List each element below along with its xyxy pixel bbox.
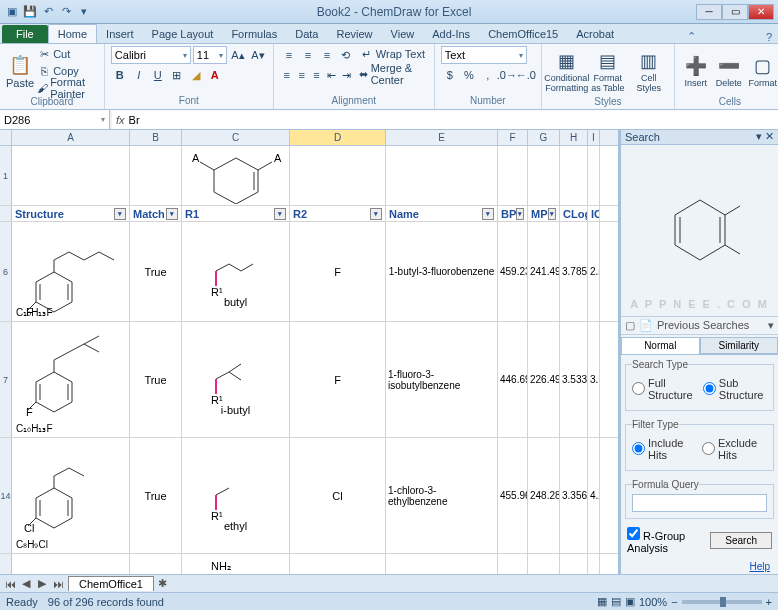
column-header-IC5[interactable]: IC5▾ [588,206,600,221]
filter-dropdown-icon[interactable]: ▾ [166,208,178,220]
help-icon[interactable]: ? [766,31,772,43]
ribbon-collapse-icon[interactable]: ⌃ [687,30,696,43]
align-right-button[interactable]: ≡ [310,66,324,84]
tab-chemoffice[interactable]: ChemOffice15 [479,25,567,43]
tab-acrobat[interactable]: Acrobat [567,25,623,43]
cell[interactable]: 1-butyl-3-fluorobenzene [386,222,498,321]
filter-dropdown-icon[interactable]: ▾ [274,208,286,220]
column-header-Name[interactable]: Name▾ [386,206,498,221]
close-button[interactable]: ✕ [748,4,774,20]
cell[interactable] [290,146,386,205]
cell[interactable]: Cl [290,438,386,553]
row-header[interactable]: 6 [0,222,12,321]
align-center-button[interactable]: ≡ [295,66,309,84]
tab-home[interactable]: Home [48,24,97,43]
row-header[interactable]: 14 [0,438,12,553]
align-left-button[interactable]: ≡ [280,66,294,84]
column-header-CLogP[interactable]: CLogP▾ [560,206,588,221]
col-header-A[interactable]: A [12,130,130,145]
cell[interactable] [386,146,498,205]
column-header-MP[interactable]: MP▾ [528,206,560,221]
font-size-combo[interactable]: 11▾ [193,46,227,64]
tab-formulas[interactable]: Formulas [222,25,286,43]
grow-font-button[interactable]: A▴ [229,46,247,64]
rgroup-analysis-checkbox[interactable]: R-Group Analysis [627,527,704,554]
filter-dropdown-icon[interactable]: ▾ [516,208,524,220]
qat-dropdown-icon[interactable]: ▾ [76,4,92,20]
indent-dec-button[interactable]: ⇤ [325,66,339,84]
col-header-F[interactable]: F [498,130,528,145]
search-button[interactable]: Search [710,532,772,549]
col-header-D[interactable]: D [290,130,386,145]
orientation-button[interactable]: ⟲ [337,46,355,64]
cell[interactable]: 248.28 [528,438,560,553]
column-header-Structure[interactable]: Structure▾ [12,206,130,221]
sheet-nav-next[interactable]: ▶ [34,577,50,590]
cell[interactable]: 459.233 [498,222,528,321]
cell[interactable]: 241.49 [528,222,560,321]
excel-icon[interactable]: ▣ [4,4,20,20]
cell[interactable]: F [290,554,386,574]
col-header-H[interactable]: H [560,130,588,145]
align-top-button[interactable]: ≡ [280,46,298,64]
cell[interactable] [560,146,588,205]
tool-icon[interactable]: ▢ [625,319,635,332]
col-header-C[interactable]: C [182,130,290,145]
col-header-E[interactable]: E [386,130,498,145]
row-header[interactable]: 7 [0,322,12,437]
cell[interactable]: 452.392 [498,554,528,574]
font-color-button[interactable]: A [206,66,224,84]
conditional-formatting-button[interactable]: ▦Conditional Formatting [548,46,586,96]
cell[interactable] [130,146,182,205]
cell[interactable]: 1-chloro-3-ethylbenzene [386,438,498,553]
panel-dropdown-icon[interactable]: ▾ ✕ [756,130,774,143]
format-as-table-button[interactable]: ▤Format as Table [589,46,627,96]
filter-dropdown-icon[interactable]: ▾ [482,208,494,220]
formula-query-input[interactable] [632,494,767,512]
cell[interactable]: 2.56 [588,222,600,321]
tab-addins[interactable]: Add-Ins [423,25,479,43]
border-button[interactable]: ⊞ [168,66,186,84]
help-link[interactable]: Help [749,561,770,572]
cell[interactable]: 455.966 [498,438,528,553]
percent-button[interactable]: % [460,66,478,84]
col-header-G[interactable]: G [528,130,560,145]
cell[interactable]: F [290,322,386,437]
sheet-nav-prev[interactable]: ◀ [18,577,34,590]
cell[interactable]: True [130,554,182,574]
cell[interactable] [528,146,560,205]
tab-normal[interactable]: Normal [621,337,700,354]
cell[interactable]: 1.3 [560,554,588,574]
cell[interactable]: 3.533 [560,322,588,437]
formula-input[interactable]: Br [129,114,140,126]
redo-icon[interactable]: ↷ [58,4,74,20]
row-header[interactable]: 1 [0,146,12,205]
row-header[interactable] [0,554,12,574]
cell[interactable]: 3-fluoroaniline [386,554,498,574]
cell[interactable]: 3.356 [560,438,588,553]
tab-similarity[interactable]: Similarity [700,337,779,354]
fx-icon[interactable]: fx [116,114,125,126]
tool-icon[interactable]: 📄 [639,319,653,332]
cell[interactable]: True [130,322,182,437]
delete-cells-button[interactable]: ➖Delete [714,46,744,96]
grid-body[interactable]: 1AAStructure▾Match▾R1▾R2▾Name▾BP▾MP▾CLog… [0,146,618,574]
cell[interactable]: True [130,438,182,553]
cell[interactable] [588,146,600,205]
new-sheet-button[interactable]: ✱ [154,577,170,590]
cell[interactable]: 4.25 [588,438,600,553]
column-header-Match[interactable]: Match▾ [130,206,182,221]
cell[interactable]: F [290,222,386,321]
zoom-in-button[interactable]: + [766,596,772,608]
cell[interactable]: 446.69 [498,322,528,437]
zoom-level[interactable]: 100% [639,596,667,608]
align-bottom-button[interactable]: ≡ [318,46,336,64]
fill-color-button[interactable]: ◢ [187,66,205,84]
cell[interactable]: 279.67 [528,554,560,574]
cell[interactable]: F C₁₀H₁₃F [12,222,130,321]
col-header-I[interactable]: I [588,130,600,145]
cell[interactable]: 1-fluoro-3-isobutylbenzene [386,322,498,437]
sheet-nav-first[interactable]: ⏮ [2,578,18,590]
radio-full-structure[interactable]: Full Structure [632,377,695,401]
insert-cells-button[interactable]: ➕Insert [681,46,711,96]
